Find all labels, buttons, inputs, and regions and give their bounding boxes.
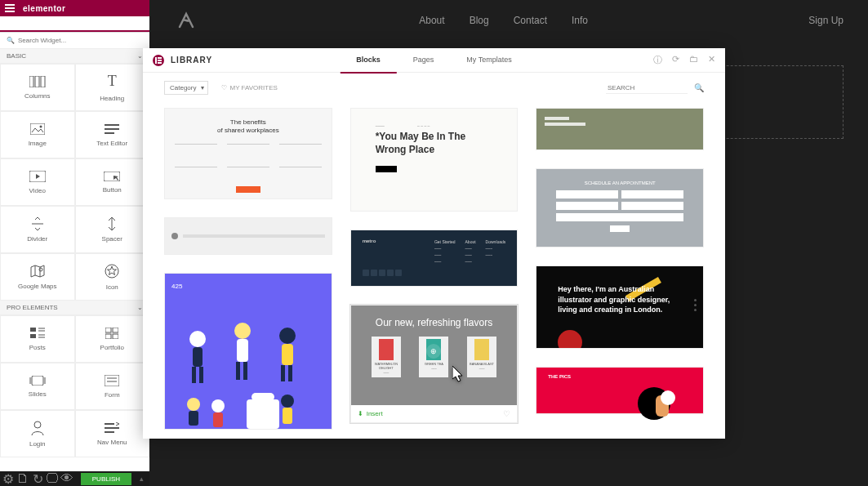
- settings-icon[interactable]: ⚙: [3, 474, 13, 484]
- template-card[interactable]: [536, 108, 704, 150]
- svg-rect-54: [189, 411, 198, 426]
- favorite-button[interactable]: ♡: [503, 409, 510, 418]
- template-card[interactable]: Hey there, I'm an Australian illustrator…: [536, 265, 704, 349]
- menu-icon[interactable]: [5, 4, 15, 12]
- nav-blog[interactable]: Blog: [470, 15, 489, 26]
- svg-rect-51: [281, 365, 285, 381]
- widget-posts[interactable]: Posts: [0, 315, 75, 363]
- widget-login[interactable]: Login: [0, 410, 75, 457]
- heading-icon: T: [108, 73, 117, 90]
- category-select[interactable]: Category: [164, 81, 208, 95]
- widget-spacer[interactable]: Spacer: [75, 206, 150, 253]
- svg-rect-27: [32, 376, 43, 386]
- template-card[interactable]: THE PICS: [536, 367, 704, 414]
- video-icon: [29, 171, 46, 182]
- svg-point-41: [189, 331, 206, 347]
- responsive-icon[interactable]: 🖵: [47, 474, 57, 484]
- library-header: LIBRARY Blocks Pages My Templates ⓘ ⟳ 🗀 …: [143, 48, 725, 73]
- svg-rect-42: [193, 347, 203, 367]
- svg-rect-1: [35, 76, 39, 87]
- widget-panel: BASIC⌄ Columns T Heading Image Text Edit…: [0, 49, 149, 471]
- nav-about[interactable]: About: [419, 15, 444, 26]
- search-icon: 🔍: [7, 37, 15, 44]
- svg-rect-40: [158, 62, 162, 64]
- template-text: THE PICS: [548, 374, 692, 379]
- nav-info[interactable]: Info: [572, 15, 588, 26]
- svg-rect-3: [30, 123, 45, 135]
- publish-button[interactable]: PUBLISH: [81, 473, 131, 485]
- tab-blocks[interactable]: Blocks: [340, 47, 397, 74]
- template-card[interactable]: [164, 217, 332, 255]
- template-text: Hey there, I'm an Australian illustrator…: [558, 284, 682, 315]
- svg-point-49: [279, 328, 296, 344]
- template-title: Our new, refreshing flavors: [363, 317, 506, 328]
- history-icon[interactable]: ↻: [33, 474, 42, 484]
- svg-point-33: [34, 421, 41, 428]
- template-card[interactable]: 425: [164, 273, 332, 430]
- widget-google-maps[interactable]: Google Maps: [0, 253, 75, 301]
- widget-icon[interactable]: Icon: [75, 253, 150, 301]
- import-icon[interactable]: ⓘ: [653, 54, 662, 66]
- svg-rect-50: [282, 344, 293, 365]
- svg-rect-38: [158, 57, 162, 59]
- close-icon[interactable]: ✕: [708, 54, 715, 66]
- svg-rect-43: [192, 367, 196, 383]
- login-icon: [31, 421, 44, 435]
- widget-button[interactable]: Button: [75, 158, 150, 206]
- library-filters: Category ♡MY FAVORITES 🔍: [143, 73, 725, 103]
- publish-options-icon[interactable]: ▴: [136, 474, 146, 484]
- widget-heading[interactable]: T Heading: [75, 64, 150, 111]
- svg-marker-9: [36, 174, 40, 179]
- svg-rect-44: [199, 367, 203, 383]
- columns-icon: [29, 76, 46, 87]
- template-grid: The benefitsof shared workplaces: [143, 103, 725, 439]
- site-nav: About Blog Contact Info: [419, 15, 588, 26]
- star-icon: [105, 264, 119, 279]
- svg-rect-52: [288, 365, 292, 381]
- section-pro[interactable]: PRO ELEMENTS⌄: [0, 301, 149, 315]
- tab-my-templates[interactable]: My Templates: [450, 47, 527, 74]
- chevron-down-icon: ⌄: [137, 52, 143, 60]
- widget-portfolio[interactable]: Portfolio: [75, 315, 150, 363]
- template-card[interactable]: SCHEDULE AN APPOINTMENT: [536, 168, 704, 247]
- svg-rect-47: [236, 362, 240, 380]
- preview-icon[interactable]: 👁: [62, 474, 72, 484]
- nav-contact[interactable]: Contact: [514, 15, 547, 26]
- svg-point-45: [234, 323, 251, 339]
- save-icon[interactable]: 🗀: [689, 54, 698, 66]
- navigator-icon[interactable]: 🗋: [18, 474, 28, 484]
- signup-link[interactable]: Sign Up: [808, 15, 844, 26]
- spacer-icon: [105, 217, 118, 230]
- favorites-button[interactable]: ♡MY FAVORITES: [221, 84, 277, 91]
- svg-point-59: [281, 395, 294, 408]
- svg-rect-57: [247, 399, 279, 429]
- template-title: SCHEDULE AN APPOINTMENT: [585, 181, 656, 185]
- svg-point-4: [39, 125, 42, 127]
- template-card[interactable]: –––– – – – – You May Be In TheWrong Plac…: [350, 108, 519, 212]
- template-card[interactable]: The benefitsof shared workplaces: [164, 108, 332, 199]
- template-card-hovered[interactable]: Our new, refreshing flavors WATERMELON D…: [350, 305, 519, 423]
- widget-divider[interactable]: Divider: [0, 206, 75, 253]
- site-logo[interactable]: [174, 8, 198, 33]
- widget-video[interactable]: Video: [0, 158, 75, 206]
- section-basic[interactable]: BASIC⌄: [0, 49, 149, 64]
- widget-form[interactable]: Form: [75, 363, 150, 410]
- svg-rect-23: [105, 328, 111, 332]
- svg-rect-25: [105, 334, 111, 339]
- library-title: LIBRARY: [171, 56, 212, 65]
- template-actions: ⬇Insert ♡: [351, 405, 518, 422]
- elementor-logo-icon: [153, 55, 164, 66]
- widget-text-editor[interactable]: Text Editor: [75, 111, 150, 158]
- library-search-input[interactable]: [606, 82, 688, 94]
- sync-icon[interactable]: ⟳: [672, 54, 679, 66]
- widget-columns[interactable]: Columns: [0, 64, 75, 111]
- insert-button[interactable]: ⬇Insert: [358, 410, 383, 417]
- svg-rect-24: [113, 328, 118, 332]
- template-card[interactable]: metro Get Started–––––––––About–––––––––…: [350, 230, 519, 287]
- widget-slides[interactable]: Slides: [0, 363, 75, 410]
- widget-nav-menu[interactable]: Nav Menu: [75, 410, 150, 457]
- search-icon[interactable]: 🔍: [694, 83, 704, 92]
- tab-pages[interactable]: Pages: [397, 47, 451, 74]
- widget-image[interactable]: Image: [0, 111, 75, 158]
- svg-point-55: [211, 399, 225, 412]
